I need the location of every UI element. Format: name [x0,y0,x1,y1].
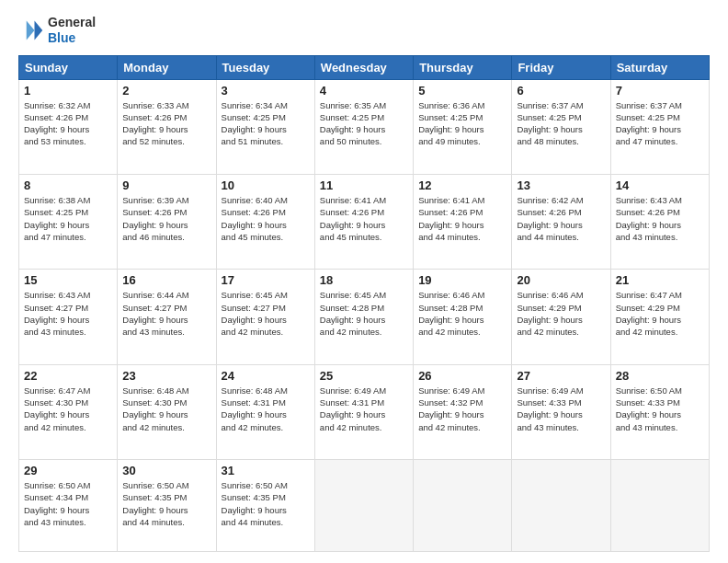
cell-info-line: Sunset: 4:25 PM [222,111,310,123]
cell-info-line: Sunset: 4:33 PM [616,396,704,408]
cell-info-line: Sunset: 4:35 PM [122,491,210,503]
cell-info-line: Sunset: 4:27 PM [24,302,112,314]
cell-info-line: Sunrise: 6:45 AM [320,289,408,301]
day-number: 12 [418,178,506,192]
cell-info-line: Sunset: 4:26 PM [122,111,210,123]
cell-info-line: Sunset: 4:26 PM [122,206,210,218]
day-number: 28 [616,369,704,383]
cell-info-line: Sunset: 4:27 PM [122,302,210,314]
cell-info-line: Daylight: 9 hours [418,408,506,420]
day-number: 24 [222,369,310,383]
day-number: 11 [320,178,408,192]
day-cell-27: 27Sunrise: 6:49 AMSunset: 4:33 PMDayligh… [512,364,610,459]
week-row-3: 15Sunrise: 6:43 AMSunset: 4:27 PMDayligh… [19,270,710,364]
cell-info-line: Sunset: 4:25 PM [24,206,112,218]
cell-info-line: Daylight: 9 hours [418,123,506,135]
day-cell-19: 19Sunrise: 6:46 AMSunset: 4:28 PMDayligh… [414,270,512,364]
cell-info-line: Sunset: 4:33 PM [517,396,605,408]
col-header-tuesday: Tuesday [216,55,314,79]
logo-text: General Blue [48,15,96,46]
cell-info-line: Sunrise: 6:33 AM [122,99,210,111]
cell-info-line: Daylight: 9 hours [517,219,605,231]
cell-info-line: and 44 minutes. [122,516,210,528]
cell-info-line: Daylight: 9 hours [24,219,112,231]
cell-info-line: and 50 minutes. [320,135,408,147]
cell-info-line: Sunrise: 6:37 AM [616,99,704,111]
day-cell-23: 23Sunrise: 6:48 AMSunset: 4:30 PMDayligh… [118,364,216,459]
day-number: 13 [517,178,605,192]
day-number: 27 [517,369,605,383]
col-header-saturday: Saturday [610,55,709,79]
day-cell-13: 13Sunrise: 6:42 AMSunset: 4:26 PMDayligh… [512,174,610,269]
cell-info-line: and 44 minutes. [418,231,506,243]
cell-info-line: and 49 minutes. [418,135,506,147]
cell-info-line: Daylight: 9 hours [122,504,210,516]
col-header-sunday: Sunday [19,55,118,79]
calendar-table: SundayMondayTuesdayWednesdayThursdayFrid… [18,55,710,552]
cell-info-line: Sunrise: 6:48 AM [122,385,210,396]
week-row-4: 22Sunrise: 6:47 AMSunset: 4:30 PMDayligh… [19,364,710,459]
day-cell-11: 11Sunrise: 6:41 AMSunset: 4:26 PMDayligh… [314,174,413,269]
cell-info-line: Sunrise: 6:41 AM [418,194,506,206]
cell-info-line: Sunset: 4:27 PM [222,302,310,314]
cell-info-line: Sunrise: 6:45 AM [222,289,310,301]
cell-info-line: Sunrise: 6:34 AM [222,99,310,111]
cell-info-line: Daylight: 9 hours [122,123,210,135]
cell-info-line: Sunset: 4:26 PM [517,206,605,218]
cell-info-line: Sunrise: 6:49 AM [517,385,605,396]
col-header-thursday: Thursday [414,55,512,79]
page: General Blue SundayMondayTuesdayWednesda… [0,0,728,563]
day-cell-17: 17Sunrise: 6:45 AMSunset: 4:27 PMDayligh… [216,270,314,364]
day-cell-18: 18Sunrise: 6:45 AMSunset: 4:28 PMDayligh… [314,270,413,364]
cell-info-line: Daylight: 9 hours [616,408,704,420]
cell-info-line: and 44 minutes. [222,516,310,528]
cell-info-line: Sunset: 4:28 PM [320,302,408,314]
cell-info-line: Daylight: 9 hours [418,314,506,326]
cell-info-line: Sunrise: 6:48 AM [222,385,310,396]
day-number: 31 [222,464,310,477]
cell-info-line: Sunset: 4:26 PM [24,111,112,123]
cell-info-line: Daylight: 9 hours [24,123,112,135]
cell-info-line: Sunrise: 6:40 AM [222,194,310,206]
cell-info-line: and 47 minutes. [616,135,704,147]
cell-info-line: Sunset: 4:26 PM [418,206,506,218]
cell-info-line: Sunset: 4:26 PM [616,206,704,218]
day-number: 2 [122,84,210,98]
cell-info-line: Daylight: 9 hours [24,314,112,326]
cell-info-line: and 53 minutes. [24,135,112,147]
cell-info-line: Sunset: 4:35 PM [222,491,310,503]
cell-info-line: Sunset: 4:28 PM [418,302,506,314]
day-number: 16 [122,273,210,287]
cell-info-line: Daylight: 9 hours [222,123,310,135]
cell-info-line: and 43 minutes. [24,516,112,528]
cell-info-line: and 42 minutes. [222,326,310,338]
day-number: 3 [222,84,310,98]
col-header-monday: Monday [118,55,216,79]
cell-info-line: and 51 minutes. [222,135,310,147]
day-cell-empty [314,460,413,552]
cell-info-line: and 42 minutes. [122,421,210,433]
day-cell-29: 29Sunrise: 6:50 AMSunset: 4:34 PMDayligh… [19,460,118,552]
cell-info-line: Daylight: 9 hours [616,219,704,231]
day-cell-25: 25Sunrise: 6:49 AMSunset: 4:31 PMDayligh… [314,364,413,459]
cell-info-line: and 47 minutes. [24,231,112,243]
cell-info-line: Daylight: 9 hours [616,123,704,135]
day-number: 29 [24,464,112,477]
day-cell-8: 8Sunrise: 6:38 AMSunset: 4:25 PMDaylight… [19,174,118,269]
day-cell-5: 5Sunrise: 6:36 AMSunset: 4:25 PMDaylight… [414,79,512,174]
cell-info-line: Daylight: 9 hours [24,408,112,420]
cell-info-line: Daylight: 9 hours [222,408,310,420]
day-cell-10: 10Sunrise: 6:40 AMSunset: 4:26 PMDayligh… [216,174,314,269]
cell-info-line: Sunrise: 6:35 AM [320,99,408,111]
day-cell-3: 3Sunrise: 6:34 AMSunset: 4:25 PMDaylight… [216,79,314,174]
cell-info-line: and 43 minutes. [616,231,704,243]
day-number: 7 [616,84,704,98]
day-cell-28: 28Sunrise: 6:50 AMSunset: 4:33 PMDayligh… [610,364,709,459]
cell-info-line: Sunrise: 6:37 AM [517,99,605,111]
cell-info-line: and 48 minutes. [517,135,605,147]
cell-info-line: Sunrise: 6:36 AM [418,99,506,111]
cell-info-line: and 42 minutes. [517,326,605,338]
cell-info-line: and 42 minutes. [320,326,408,338]
cell-info-line: Daylight: 9 hours [320,314,408,326]
cell-info-line: Daylight: 9 hours [222,219,310,231]
